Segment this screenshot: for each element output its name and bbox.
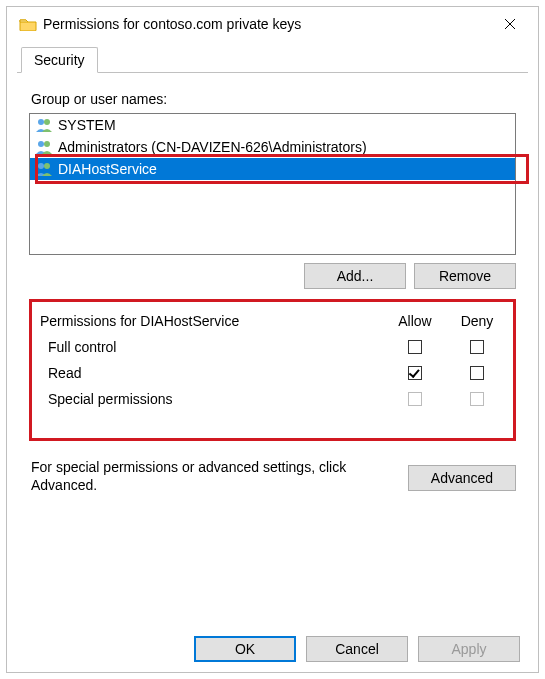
svg-point-1 bbox=[44, 119, 50, 125]
group-or-user-names-label: Group or user names: bbox=[31, 91, 516, 107]
allow-header: Allow bbox=[381, 313, 449, 329]
ok-button[interactable]: OK bbox=[194, 636, 296, 662]
group-icon bbox=[34, 138, 54, 156]
apply-button: Apply bbox=[418, 636, 520, 662]
svg-point-0 bbox=[38, 119, 44, 125]
user-label: Administrators (CN-DAVIZEN-626\Administr… bbox=[58, 139, 367, 155]
svg-point-3 bbox=[44, 141, 50, 147]
allow-checkbox bbox=[408, 392, 422, 406]
allow-checkbox[interactable] bbox=[408, 366, 422, 380]
cancel-button[interactable]: Cancel bbox=[306, 636, 408, 662]
user-row-administrators[interactable]: Administrators (CN-DAVIZEN-626\Administr… bbox=[30, 136, 515, 158]
add-button[interactable]: Add... bbox=[304, 263, 406, 289]
perm-label: Special permissions bbox=[40, 391, 381, 407]
user-label: SYSTEM bbox=[58, 117, 116, 133]
perm-row-read: Read bbox=[40, 360, 505, 386]
user-label: DIAHostService bbox=[58, 161, 157, 177]
group-icon bbox=[34, 116, 54, 134]
tab-security[interactable]: Security bbox=[21, 47, 98, 73]
svg-point-2 bbox=[38, 141, 44, 147]
perm-row-special: Special permissions bbox=[40, 386, 505, 412]
remove-button[interactable]: Remove bbox=[414, 263, 516, 289]
dialog-window: Permissions for contoso.com private keys… bbox=[6, 6, 539, 673]
folder-icon bbox=[19, 17, 37, 31]
deny-header: Deny bbox=[449, 313, 505, 329]
deny-checkbox bbox=[470, 392, 484, 406]
perm-label: Full control bbox=[40, 339, 381, 355]
titlebar: Permissions for contoso.com private keys bbox=[7, 7, 538, 41]
user-row-system[interactable]: SYSTEM bbox=[30, 114, 515, 136]
permissions-box: Permissions for DIAHostService Allow Den… bbox=[29, 299, 516, 441]
user-list[interactable]: SYSTEM Administrators (CN-DAVIZEN-626\Ad… bbox=[29, 113, 516, 255]
permissions-for-label: Permissions for DIAHostService bbox=[40, 313, 381, 329]
allow-checkbox[interactable] bbox=[408, 340, 422, 354]
window-title: Permissions for contoso.com private keys bbox=[43, 16, 488, 32]
deny-checkbox[interactable] bbox=[470, 366, 484, 380]
deny-checkbox[interactable] bbox=[470, 340, 484, 354]
svg-point-5 bbox=[44, 163, 50, 169]
advanced-button[interactable]: Advanced bbox=[408, 465, 516, 491]
perm-label: Read bbox=[40, 365, 381, 381]
svg-point-4 bbox=[38, 163, 44, 169]
group-icon bbox=[34, 160, 54, 178]
user-row-diahostservice[interactable]: DIAHostService bbox=[30, 158, 515, 180]
permissions-header: Permissions for DIAHostService Allow Den… bbox=[40, 308, 505, 334]
close-button[interactable] bbox=[488, 9, 532, 39]
dialog-buttons: OK Cancel Apply bbox=[194, 636, 520, 662]
advanced-hint: For special permissions or advanced sett… bbox=[31, 459, 398, 494]
perm-row-full-control: Full control bbox=[40, 334, 505, 360]
tabstrip: Security bbox=[7, 41, 538, 73]
